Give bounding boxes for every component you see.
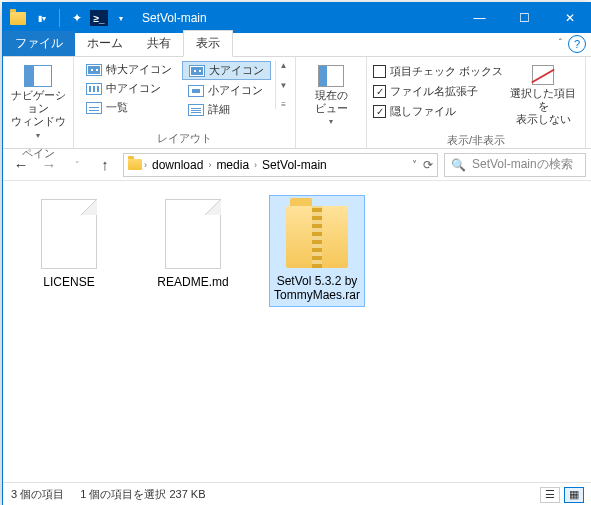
current-view-button[interactable]: 現在の ビュー ▾ bbox=[302, 61, 360, 127]
back-button[interactable]: ← bbox=[9, 153, 33, 177]
layout-large[interactable]: 大アイコン bbox=[182, 61, 271, 80]
ribbon-tabs: ファイル ホーム 共有 表示 ˆ ? bbox=[3, 33, 591, 57]
file-icon bbox=[41, 199, 97, 269]
file-item[interactable]: LICENSE bbox=[21, 195, 117, 293]
file-name: SetVol 5.3.2 by TommyMaes.rar bbox=[274, 274, 360, 302]
details-view-toggle[interactable]: ☰ bbox=[540, 487, 560, 503]
group-pane: ナビゲーション ウィンドウ ▾ ペイン bbox=[3, 57, 74, 148]
medium-icon bbox=[86, 83, 102, 95]
checkbox-item-checkboxes[interactable]: 項目チェック ボックス bbox=[373, 63, 503, 80]
item-count: 3 個の項目 bbox=[11, 487, 64, 502]
chevron-right-icon[interactable]: › bbox=[254, 160, 257, 170]
large-icon bbox=[189, 65, 205, 77]
chevron-right-icon[interactable]: › bbox=[144, 160, 147, 170]
breadcrumb-item[interactable]: SetVol-main bbox=[259, 158, 330, 172]
folder-icon bbox=[7, 7, 29, 29]
tab-view[interactable]: 表示 bbox=[183, 30, 233, 57]
powershell-icon[interactable]: ≥_ bbox=[90, 10, 108, 26]
recent-dropdown[interactable]: ˅ bbox=[65, 153, 89, 177]
group-options: オプション ▾ bbox=[586, 57, 591, 148]
status-bar: 3 個の項目 1 個の項目を選択 237 KB ☰ ▦ bbox=[3, 482, 591, 505]
group-label-layout: レイアウト bbox=[74, 129, 295, 148]
checkbox-checked-icon: ✓ bbox=[373, 105, 386, 118]
ribbon: ナビゲーション ウィンドウ ▾ ペイン 特大アイコン 中アイコン 一覧 大アイコ… bbox=[3, 57, 591, 149]
checkbox-hidden-files[interactable]: ✓隠しファイル bbox=[373, 103, 503, 120]
address-row: ← → ˅ ↑ › download › media › SetVol-main… bbox=[3, 149, 591, 181]
close-button[interactable]: ✕ bbox=[547, 3, 591, 33]
group-show-hide: 項目チェック ボックス ✓ファイル名拡張子 ✓隠しファイル 選択した項目を 表示… bbox=[367, 57, 586, 148]
explorer-window: ▮▾ ✦ ≥_ ▾ SetVol-main ― ☐ ✕ ファイル ホーム 共有 … bbox=[2, 2, 591, 505]
help-icon[interactable]: ? bbox=[568, 35, 586, 53]
search-input[interactable]: 🔍 SetVol-mainの検索 bbox=[444, 153, 586, 177]
file-name: README.md bbox=[157, 275, 228, 289]
details-icon bbox=[188, 104, 204, 116]
layout-small[interactable]: 小アイコン bbox=[182, 82, 271, 99]
folder-icon bbox=[128, 159, 142, 170]
breadcrumb-item[interactable]: download bbox=[149, 158, 206, 172]
navigation-pane-button[interactable]: ナビゲーション ウィンドウ ▾ bbox=[9, 61, 67, 140]
titlebar: ▮▾ ✦ ≥_ ▾ SetVol-main ― ☐ ✕ bbox=[3, 3, 591, 33]
layout-extra-large[interactable]: 特大アイコン bbox=[80, 61, 178, 78]
layout-scroll[interactable]: ▲▼≡ bbox=[275, 61, 289, 109]
tab-home[interactable]: ホーム bbox=[75, 31, 135, 56]
window-title: SetVol-main bbox=[142, 11, 457, 25]
file-item-selected[interactable]: SetVol 5.3.2 by TommyMaes.rar bbox=[269, 195, 365, 307]
file-name: LICENSE bbox=[43, 275, 94, 289]
ribbon-expand-icon[interactable]: ˆ bbox=[559, 38, 562, 49]
group-layout: 特大アイコン 中アイコン 一覧 大アイコン 小アイコン 詳細 ▲▼≡ レイアウト bbox=[74, 57, 296, 148]
tab-file[interactable]: ファイル bbox=[3, 31, 75, 56]
current-view-icon bbox=[318, 65, 344, 87]
chevron-down-icon: ▾ bbox=[329, 117, 333, 127]
list-icon bbox=[86, 102, 102, 114]
layout-medium[interactable]: 中アイコン bbox=[80, 80, 178, 97]
checkbox-file-extensions[interactable]: ✓ファイル名拡張子 bbox=[373, 83, 503, 100]
small-icon bbox=[188, 85, 204, 97]
checkbox-icon bbox=[373, 65, 386, 78]
address-dropdown[interactable]: ˅ bbox=[412, 159, 417, 170]
up-button[interactable]: ↑ bbox=[93, 153, 117, 177]
layout-details[interactable]: 詳細 bbox=[182, 101, 271, 118]
zip-folder-icon bbox=[286, 206, 348, 268]
qat-dropdown[interactable]: ▮▾ bbox=[31, 7, 53, 29]
tab-share[interactable]: 共有 bbox=[135, 31, 183, 56]
group-label-showhide: 表示/非表示 bbox=[367, 131, 585, 150]
quick-access-toolbar: ▮▾ ✦ ≥_ ▾ bbox=[3, 7, 136, 29]
navigation-pane-icon bbox=[24, 65, 52, 87]
qat-more[interactable]: ▾ bbox=[110, 7, 132, 29]
search-icon: 🔍 bbox=[451, 158, 466, 172]
layout-list[interactable]: 一覧 bbox=[80, 99, 178, 116]
group-label-currentview bbox=[296, 132, 366, 148]
file-item[interactable]: README.md bbox=[145, 195, 241, 293]
forward-button[interactable]: → bbox=[37, 153, 61, 177]
file-icon bbox=[165, 199, 221, 269]
group-label-options bbox=[586, 132, 591, 148]
hide-selected-button[interactable]: 選択した項目を 表示しない bbox=[507, 61, 579, 127]
refresh-icon[interactable]: ⟳ bbox=[423, 158, 433, 172]
maximize-button[interactable]: ☐ bbox=[502, 3, 547, 33]
file-list[interactable]: LICENSE README.md SetVol 5.3.2 by TommyM… bbox=[3, 181, 591, 482]
properties-icon[interactable]: ✦ bbox=[66, 7, 88, 29]
selection-info: 1 個の項目を選択 237 KB bbox=[80, 487, 205, 502]
extra-large-icon bbox=[86, 64, 102, 76]
breadcrumb-item[interactable]: media bbox=[213, 158, 252, 172]
chevron-down-icon: ▾ bbox=[36, 131, 40, 141]
checkbox-checked-icon: ✓ bbox=[373, 85, 386, 98]
group-current-view: 現在の ビュー ▾ bbox=[296, 57, 367, 148]
address-bar[interactable]: › download › media › SetVol-main ˅ ⟳ bbox=[123, 153, 438, 177]
minimize-button[interactable]: ― bbox=[457, 3, 502, 33]
hide-icon bbox=[532, 65, 554, 85]
chevron-right-icon[interactable]: › bbox=[208, 160, 211, 170]
icons-view-toggle[interactable]: ▦ bbox=[564, 487, 584, 503]
